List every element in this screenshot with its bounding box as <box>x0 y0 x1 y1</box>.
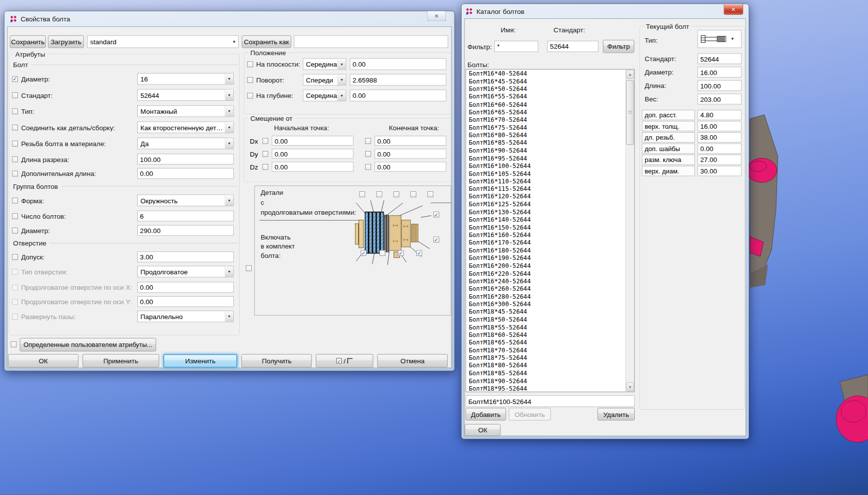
ok-button[interactable]: ОК <box>8 354 78 367</box>
filter-standard-input[interactable]: 52644 <box>547 41 598 52</box>
row-input[interactable]: 290.00 <box>137 225 234 236</box>
close-button[interactable]: ✕ <box>427 11 446 21</box>
titlebar-bolt-catalog[interactable]: Каталог болтов <box>462 4 749 18</box>
save-button[interactable]: Сохранить <box>10 35 46 48</box>
position-value-input[interactable]: 0.00 <box>350 58 446 70</box>
offset-start-checkbox[interactable] <box>263 164 269 170</box>
catalog-ok-button[interactable]: ОК <box>465 424 500 436</box>
load-button[interactable]: Загрузить <box>48 35 84 48</box>
row-combo[interactable]: Окружность▼ <box>137 194 234 206</box>
row-input[interactable]: 0.00 <box>137 296 234 307</box>
current-bolt-value[interactable]: 100.00 <box>697 80 741 91</box>
slotted-part-checkbox-5[interactable] <box>427 191 433 197</box>
bolt-list-item[interactable]: БолтМ16*60-52644 <box>466 101 625 108</box>
bolt-list-item[interactable]: БолтМ18*95-52644 <box>466 385 625 392</box>
save-as-button[interactable]: Сохранить как <box>242 35 291 48</box>
bolt-list-item[interactable]: БолтМ16*65-52644 <box>466 108 625 116</box>
param-value[interactable]: 16.00 <box>697 121 741 131</box>
bolt-list-item[interactable]: БолтМ16*55-52644 <box>466 93 625 100</box>
save-as-input[interactable] <box>294 35 448 48</box>
bolt-list-item[interactable]: БолтМ18*80-52644 <box>466 362 625 369</box>
modify-button[interactable]: Изменить <box>163 354 238 367</box>
bolt-list-item[interactable]: БолтМ16*40-52644 <box>466 70 625 78</box>
bolt-list-item[interactable]: БолтМ16*120-52644 <box>466 193 625 200</box>
row-checkbox[interactable] <box>12 141 18 147</box>
slotted-part-checkbox-2[interactable] <box>377 191 383 197</box>
close-button[interactable]: ✕ <box>724 4 744 15</box>
selected-bolt-input[interactable]: БолтМ16*100-52644 <box>466 395 635 407</box>
add-button[interactable]: Добавить <box>466 408 506 420</box>
bolt-list-item[interactable]: БолтМ16*90-52644 <box>466 147 625 154</box>
current-bolt-value[interactable]: 52644 <box>697 53 741 64</box>
position-value-input[interactable]: 2.65988 <box>350 74 446 85</box>
position-value-input[interactable]: 0.00 <box>350 89 446 101</box>
current-bolt-value[interactable]: 203.00 <box>697 93 741 104</box>
row-combo[interactable]: 16▼ <box>137 73 234 84</box>
update-button[interactable]: Обновить <box>509 408 551 420</box>
cancel-button[interactable]: Отмена <box>378 354 448 367</box>
include-in-assembly-checkbox-4[interactable]: ✓ <box>416 250 422 256</box>
bolt-list-item[interactable]: БолтМ16*110-52644 <box>466 177 625 185</box>
param-value[interactable]: 38.00 <box>697 132 741 143</box>
row-combo[interactable]: Да▼ <box>137 138 234 149</box>
offset-start-input[interactable]: 0.00 <box>272 162 353 172</box>
bolt-list-item[interactable]: БолтМ16*240-52644 <box>466 277 625 285</box>
position-checkbox[interactable] <box>247 61 253 67</box>
offset-end-input[interactable]: 0.00 <box>375 136 446 146</box>
scrollbar[interactable]: ▲ ▼ <box>625 70 634 392</box>
uda-checkbox[interactable] <box>11 341 17 347</box>
include-in-assembly-checkbox-3[interactable]: ✓ <box>398 250 404 256</box>
scroll-up-button[interactable]: ▲ <box>626 70 634 79</box>
bolt-list-item[interactable]: БолтМ18*45-52644 <box>466 308 625 316</box>
row-checkbox[interactable] <box>12 314 18 320</box>
row-input[interactable]: 6 <box>137 211 234 222</box>
bolt-list-item[interactable]: БолтМ16*80-52644 <box>466 131 625 139</box>
offset-start-checkbox[interactable] <box>263 138 269 144</box>
offset-end-checkbox[interactable] <box>365 151 371 157</box>
slotted-part-checkbox-4[interactable] <box>410 191 416 197</box>
bolt-list-item[interactable]: БолтМ16*70-52644 <box>466 116 625 123</box>
param-value[interactable]: 0.00 <box>697 144 741 154</box>
position-mode-combo[interactable]: Спереди▼ <box>303 74 346 85</box>
offset-end-checkbox[interactable] <box>365 164 371 170</box>
bolt-type-combo[interactable]: ▼ <box>697 30 741 48</box>
profile-combo[interactable]: standard ▼ <box>87 35 239 48</box>
row-combo[interactable]: Монтажный▼ <box>137 105 234 117</box>
row-checkbox[interactable] <box>12 213 18 219</box>
row-combo[interactable]: Как второстепенную деталь▼ <box>137 121 234 133</box>
offset-end-input[interactable]: 0.00 <box>375 149 446 159</box>
bolt-list-item[interactable]: БолтМ18*50-52644 <box>466 316 625 323</box>
bolt-list-item[interactable]: БолтМ16*100-52644 <box>466 162 625 169</box>
bolt-list-item[interactable]: БолтМ16*95-52644 <box>466 155 625 162</box>
bolt-list-item[interactable]: БолтМ16*220-52644 <box>466 270 625 277</box>
apply-button[interactable]: Применить <box>83 354 159 367</box>
row-input[interactable]: 0.00 <box>137 282 234 293</box>
row-checkbox[interactable] <box>12 299 18 305</box>
bolt-list-item[interactable]: БолтМ16*115-52644 <box>466 185 625 193</box>
titlebar-bolt-properties[interactable]: Свойства болта <box>4 11 455 27</box>
include-in-assembly-checkbox-2[interactable] <box>380 250 386 256</box>
bolt-list-item[interactable]: БолтМ16*130-52644 <box>466 208 625 216</box>
param-value[interactable]: 30.00 <box>697 166 741 176</box>
slotted-side-checkbox-2[interactable]: ✓ <box>433 237 439 243</box>
row-combo[interactable]: 52644▼ <box>137 89 234 100</box>
row-input[interactable]: 0.00 <box>137 168 234 179</box>
row-combo[interactable]: Параллельно▼ <box>137 311 234 322</box>
offset-end-input[interactable]: 0.00 <box>375 162 446 172</box>
toggle-all-checkboxes-button[interactable]: ✓ / <box>316 354 374 367</box>
row-checkbox[interactable] <box>12 156 18 162</box>
slotted-part-checkbox-3[interactable] <box>393 191 399 197</box>
slotted-side-checkbox-1[interactable]: ✓ <box>433 212 439 218</box>
position-checkbox[interactable] <box>247 77 253 83</box>
param-value[interactable]: 27.00 <box>697 155 741 165</box>
bolt-list-item[interactable]: БолтМ16*170-52644 <box>466 239 625 247</box>
offset-start-input[interactable]: 0.00 <box>272 149 353 159</box>
offset-start-input[interactable]: 0.00 <box>272 136 353 146</box>
row-checkbox[interactable] <box>12 124 18 130</box>
include-in-assembly-checkbox-1[interactable]: ✓ <box>361 250 367 256</box>
row-checkbox[interactable] <box>12 108 18 114</box>
param-value[interactable]: 4.80 <box>697 110 741 120</box>
row-checkbox[interactable]: ✓ <box>12 76 18 82</box>
row-checkbox[interactable] <box>12 197 18 203</box>
row-combo[interactable]: Продолговатое▼ <box>137 266 234 277</box>
